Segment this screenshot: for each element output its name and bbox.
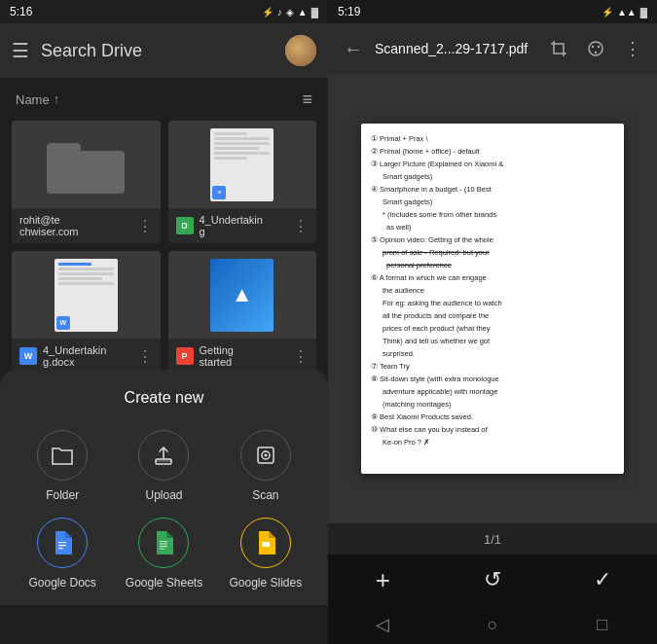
doc-type-icon: D: [176, 217, 194, 234]
list-view-icon[interactable]: ≡: [302, 89, 312, 110]
file-name-row-gdrive: P Gettingstarted: [176, 344, 294, 368]
right-nav-bar: ◁ ○ □: [328, 605, 657, 644]
doc-preview: ≡: [210, 128, 274, 201]
create-scan-icon-wrap: [240, 430, 291, 481]
scan-icon: [255, 445, 276, 466]
create-sheets-item[interactable]: Google Sheets: [117, 518, 210, 590]
top-actions: ⋮: [542, 32, 649, 65]
search-drive-text[interactable]: Search Drive: [41, 41, 274, 61]
create-folder-label: Folder: [46, 488, 79, 502]
right-recent-nav-btn[interactable]: □: [583, 605, 622, 644]
word-more-icon[interactable]: ⋮: [137, 347, 153, 366]
crop-icon: [550, 40, 567, 57]
handwritten-content: ① Primal + Prax \ ② Primal (home + offic…: [371, 133, 614, 448]
left-status-time: 5:16: [10, 5, 32, 18]
gdrive-preview: ▲: [210, 259, 274, 332]
create-folder-icon-wrap: [37, 430, 88, 481]
word-line-3: [58, 272, 114, 275]
page-indicator: 1/1: [328, 523, 657, 555]
right-top-bar: ← Scanned_2...29-1717.pdf ⋮: [328, 23, 657, 74]
folder-more-icon[interactable]: ⋮: [137, 217, 153, 235]
folder-icon: [51, 445, 74, 466]
confirm-button[interactable]: ✓: [577, 555, 628, 605]
create-scan-item[interactable]: Scan: [219, 430, 312, 502]
word-line-4: [58, 277, 103, 280]
svg-point-15: [595, 52, 597, 54]
folder-icon-large: [47, 135, 125, 194]
doc-more-icon[interactable]: ⋮: [293, 217, 309, 235]
google-docs-icon: [53, 531, 72, 555]
word-label: 4_Undertaking.docx: [43, 344, 106, 368]
rotate-button[interactable]: ↺: [467, 555, 518, 605]
more-options-button[interactable]: ⋮: [616, 32, 649, 65]
google-sheets-icon: [154, 531, 173, 555]
create-docs-item[interactable]: Google Docs: [16, 518, 109, 590]
pdf-page: ① Primal + Prax \ ② Primal (home + offic…: [361, 124, 624, 474]
name-label: Name: [16, 92, 50, 107]
doc-line-3: [214, 142, 270, 145]
right-status-icons: ⚡ ▲▲ ▓: [602, 7, 647, 18]
hamburger-icon[interactable]: ☰: [12, 39, 29, 62]
left-status-icons: ⚡ ♪ ◈ ▲ ▓: [262, 7, 318, 18]
create-new-overlay: Create new Folder Upload: [0, 370, 328, 605]
folder-label: rohit@techwiser.com: [19, 214, 79, 237]
gdrive-more-icon[interactable]: ⋮: [293, 347, 309, 366]
create-upload-label: Upload: [145, 488, 182, 502]
svg-point-13: [592, 46, 594, 48]
avatar[interactable]: [285, 35, 316, 66]
add-page-button[interactable]: +: [357, 555, 408, 605]
doc-thumbnail: ≡: [168, 121, 317, 208]
google-slides-icon: [256, 531, 275, 555]
create-upload-item[interactable]: Upload: [117, 430, 210, 502]
left-status-bar: 5:16 ⚡ ♪ ◈ ▲ ▓: [0, 0, 328, 23]
signal-icon: ▲: [298, 7, 308, 18]
svg-rect-6: [58, 548, 63, 549]
file-item-word[interactable]: W W 4_Undertaking.docx ⋮: [12, 251, 161, 374]
doc-line-2: [214, 137, 270, 140]
doc-line-4: [214, 147, 259, 150]
svg-rect-9: [160, 546, 167, 547]
create-slides-icon-wrap: [240, 518, 291, 568]
back-button[interactable]: ←: [336, 31, 371, 66]
upload-icon: [153, 445, 174, 466]
doc-type-badge: ≡: [212, 186, 226, 199]
github-icon: ◈: [286, 7, 294, 18]
create-folder-item[interactable]: Folder: [16, 430, 109, 502]
create-sheets-icon-wrap: [138, 518, 189, 568]
file-item-gdrive[interactable]: ▲ P Gettingstarted ⋮: [168, 251, 317, 374]
right-home-nav-btn[interactable]: ○: [473, 605, 512, 644]
crop-button[interactable]: [542, 32, 575, 65]
create-slides-item[interactable]: Google Slides: [219, 518, 312, 590]
svg-point-14: [598, 46, 600, 48]
file-name-row-doc: D 4_Undertaking: [176, 214, 294, 237]
palette-button[interactable]: [579, 32, 612, 65]
doc-line-5: [214, 152, 270, 155]
create-sheets-label: Google Sheets: [126, 576, 202, 590]
right-back-nav-btn[interactable]: ◁: [363, 605, 402, 644]
create-slides-label: Google Slides: [229, 576, 302, 590]
file-info-folder: rohit@techwiser.com ⋮: [12, 208, 161, 243]
file-item-folder[interactable]: rohit@techwiser.com ⋮: [12, 121, 161, 243]
word-line-1: [58, 263, 91, 266]
word-type-badge: W: [56, 316, 70, 330]
file-info-gdrive: P Gettingstarted ⋮: [168, 339, 317, 374]
right-signal-icon: ▲▲: [617, 7, 637, 18]
avatar-image: [285, 35, 316, 66]
word-line-5: [58, 282, 114, 285]
svg-rect-7: [160, 541, 167, 542]
word-preview: W: [55, 259, 118, 332]
svg-point-3: [264, 454, 267, 457]
pdf-viewer: ① Primal + Prax \ ② Primal (home + offic…: [328, 74, 657, 523]
file-item-doc[interactable]: ≡ D 4_Undertaking ⋮: [168, 121, 317, 243]
svg-rect-5: [58, 545, 66, 546]
gdrive-label: Gettingstarted: [200, 344, 234, 368]
doc-label: 4_Undertaking: [200, 214, 263, 237]
page-number: 1/1: [484, 532, 501, 547]
battery-icon: ▓: [311, 7, 318, 18]
palette-icon: [587, 40, 604, 57]
folder-thumbnail: [12, 121, 161, 208]
doc-line-6: [214, 157, 247, 160]
file-sort-control[interactable]: Name ↑: [16, 92, 59, 107]
file-info-word: W 4_Undertaking.docx ⋮: [12, 339, 161, 374]
file-header: Name ↑ ≡: [0, 78, 328, 121]
